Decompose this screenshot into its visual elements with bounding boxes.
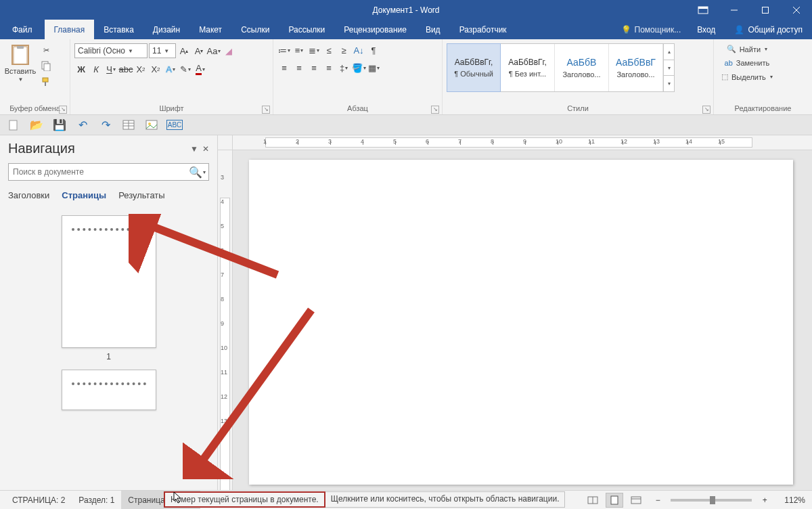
change-case-button[interactable]: Aa▾ (207, 44, 221, 58)
nav-tab-pages[interactable]: Страницы (62, 190, 106, 203)
tab-developer[interactable]: Разработчик (450, 20, 516, 39)
bullets-button[interactable]: ≔▾ (277, 43, 291, 57)
tab-file[interactable]: Файл (0, 20, 45, 39)
qat-table-button[interactable] (120, 117, 137, 133)
font-size-combo[interactable]: 11▼ (149, 43, 176, 58)
shading-button[interactable]: 🪣▾ (352, 61, 365, 74)
qat-open-button[interactable]: 📂 (28, 117, 45, 133)
share-button[interactable]: 👤 Общий доступ (725, 25, 812, 35)
select-button[interactable]: ⬚Выделить▾ (718, 71, 776, 83)
superscript-button[interactable]: X2 (149, 62, 162, 76)
zoom-out-button[interactable]: − (649, 493, 667, 508)
nav-search-box[interactable]: 🔍▾ (8, 163, 209, 181)
nav-tab-headings[interactable]: Заголовки (8, 190, 49, 203)
page-thumbnail-2[interactable] (62, 370, 156, 410)
italic-button[interactable]: К (89, 62, 103, 76)
tab-layout[interactable]: Макет (189, 20, 231, 39)
font-dialog-launcher[interactable]: ↘ (262, 106, 270, 114)
qat-save-button[interactable]: 💾 (51, 117, 68, 133)
font-family-combo[interactable]: Calibri (Осно▼ (74, 43, 148, 58)
replace-button[interactable]: abЗаменить (718, 58, 776, 68)
ribbon-display-options[interactable] (687, 6, 719, 14)
style-heading1[interactable]: АаБбВ Заголово... (555, 44, 609, 91)
thumbnail-label: 1 (62, 352, 156, 361)
maximize-button[interactable] (750, 0, 781, 20)
qat-undo-button[interactable]: ↶ (74, 117, 91, 133)
multilevel-button[interactable]: ≣▾ (307, 43, 321, 57)
grow-font-button[interactable]: A▴ (177, 44, 191, 58)
status-page[interactable]: СТРАНИЦА: 2 (5, 491, 72, 509)
styles-dialog-launcher[interactable]: ↘ (702, 106, 710, 114)
nav-dropdown-icon[interactable]: ▼ (190, 144, 198, 154)
highlight-button[interactable]: ✎▾ (179, 62, 192, 76)
style-no-spacing[interactable]: АаБбВвГг, ¶ Без инт... (501, 44, 555, 91)
nav-search-input[interactable] (13, 167, 189, 177)
status-section[interactable]: Раздел: 1 (72, 491, 121, 509)
paste-button[interactable]: Вставить ▼ (4, 41, 37, 84)
increase-indent-button[interactable]: ≥ (337, 43, 351, 57)
borders-button[interactable]: ▦▾ (367, 61, 380, 74)
sort-button[interactable]: A↓ (352, 43, 365, 57)
nav-close-button[interactable]: ✕ (202, 144, 209, 154)
search-icon[interactable]: 🔍 (189, 166, 202, 179)
share-label: Общий доступ (748, 25, 803, 35)
sort-icon: A↓ (353, 45, 363, 56)
horizontal-ruler[interactable]: 123456789101112131415 (233, 135, 812, 150)
justify-button[interactable]: ≡ (322, 61, 336, 74)
tab-references[interactable]: Ссылки (231, 20, 279, 39)
bold-button[interactable]: Ж (74, 62, 88, 76)
tab-review[interactable]: Рецензирование (334, 20, 416, 39)
style-heading2[interactable]: АаБбВвГ Заголово... (609, 44, 663, 91)
tab-mailings[interactable]: Рассылки (279, 20, 334, 39)
tell-me[interactable]: 💡 Помощник... (614, 25, 688, 35)
align-right-button[interactable]: ≡ (307, 61, 321, 74)
numbering-button[interactable]: ≡▾ (292, 43, 306, 57)
align-left-button[interactable]: ≡ (277, 61, 291, 74)
style-normal[interactable]: АаБбВвГг, ¶ Обычный (447, 43, 501, 92)
style-preview: АаБбВвГг, (455, 58, 493, 67)
zoom-in-button[interactable]: + (756, 493, 773, 508)
subscript-button[interactable]: X2 (134, 62, 148, 76)
align-center-button[interactable]: ≡ (292, 61, 306, 74)
text-effects-button[interactable]: A▾ (164, 62, 177, 76)
view-web-layout[interactable] (627, 493, 645, 508)
font-color-button[interactable]: A▾ (194, 62, 207, 76)
tab-design[interactable]: Дизайн (143, 20, 189, 39)
clipboard-dialog-launcher[interactable]: ↘ (59, 106, 67, 114)
close-button[interactable] (781, 0, 812, 20)
svg-rect-13 (9, 120, 17, 130)
qat-new-button[interactable] (5, 117, 22, 133)
qat-spelling-button[interactable]: ABC (166, 117, 183, 133)
zoom-level[interactable]: 112% (777, 495, 807, 505)
minimize-button[interactable] (719, 0, 750, 20)
find-button[interactable]: 🔍Найти▾ (718, 43, 776, 55)
tab-home[interactable]: Главная (45, 20, 95, 39)
tab-insert[interactable]: Вставка (94, 20, 143, 39)
qat-picture-button[interactable] (143, 117, 160, 133)
strike-button[interactable]: abc (119, 62, 133, 76)
svg-rect-27 (631, 497, 641, 504)
zoom-slider[interactable] (671, 499, 752, 502)
clear-formatting-button[interactable]: ◢ (222, 44, 235, 58)
show-marks-button[interactable]: ¶ (367, 43, 380, 57)
underline-button[interactable]: Ч▾ (104, 62, 118, 76)
line-spacing-button[interactable]: ‡▾ (337, 61, 351, 74)
styles-gallery[interactable]: АаБбВвГг, ¶ Обычный АаБбВвГг, ¶ Без инт.… (447, 43, 675, 92)
document-page[interactable] (249, 160, 793, 485)
redo-icon: ↷ (102, 118, 110, 131)
view-read-mode[interactable] (584, 493, 602, 508)
cut-button[interactable]: ✂ (38, 45, 54, 56)
qat-redo-button[interactable]: ↷ (97, 117, 114, 133)
tab-view[interactable]: Вид (416, 20, 450, 39)
styles-gallery-more[interactable]: ▴▾▾ (663, 44, 674, 91)
format-painter-button[interactable] (38, 75, 54, 89)
shrink-font-button[interactable]: A▾ (192, 44, 206, 58)
ribbon-tabs: Файл Главная Вставка Дизайн Макет Ссылки… (0, 20, 812, 39)
view-print-layout[interactable] (606, 493, 623, 508)
decrease-indent-button[interactable]: ≤ (322, 43, 336, 57)
copy-button[interactable] (38, 59, 54, 72)
paragraph-dialog-launcher[interactable]: ↘ (431, 106, 439, 114)
nav-tab-results[interactable]: Результаты (118, 190, 164, 203)
copy-icon (41, 60, 51, 71)
sign-in[interactable]: Вход (687, 25, 725, 35)
